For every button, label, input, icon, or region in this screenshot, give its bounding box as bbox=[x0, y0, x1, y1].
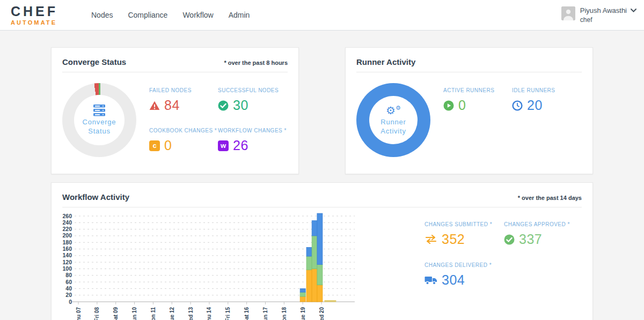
svg-text:20: 20 bbox=[65, 292, 72, 298]
converge-status-card: Converge Status * over the past 8 hours bbox=[51, 47, 299, 174]
stat-changes-approved: CHANGES APPROVED * 337 bbox=[504, 221, 583, 247]
svg-text:Wed 20: Wed 20 bbox=[319, 307, 325, 320]
swap-arrows-icon bbox=[425, 234, 437, 244]
nav-nodes[interactable]: Nodes bbox=[91, 11, 113, 19]
chevron-down-icon bbox=[631, 9, 636, 12]
workflow-activity-card: Workflow Activity * over the past 14 day… bbox=[51, 182, 593, 320]
svg-text:Mon 11: Mon 11 bbox=[150, 307, 156, 320]
stat-successful-nodes: SUCCESSFUL NODES 30 bbox=[218, 87, 287, 113]
svg-text:140: 140 bbox=[62, 252, 72, 258]
app-header: CHEF AUTOMATE Nodes Compliance Workflow … bbox=[0, 0, 644, 31]
converge-stats: FAILED NODES 84 bbox=[149, 87, 287, 157]
svg-text:100: 100 bbox=[62, 265, 72, 272]
svg-text:60: 60 bbox=[65, 279, 72, 285]
card-title: Runner Activity bbox=[356, 57, 415, 66]
runner-activity-card: Runner Activity ⚙⚙ Runner Activity bbox=[345, 47, 593, 174]
stat-idle-runners: IDLE RUNNERS 20 bbox=[512, 87, 581, 113]
card-title: Workflow Activity bbox=[62, 192, 129, 202]
stat-active-runners: ACTIVE RUNNERS 0 bbox=[443, 87, 512, 113]
svg-text:Tue 19: Tue 19 bbox=[300, 307, 306, 320]
check-circle-icon bbox=[504, 234, 515, 245]
svg-text:40: 40 bbox=[65, 285, 72, 292]
svg-text:200: 200 bbox=[62, 232, 72, 239]
svg-text:Mon 18: Mon 18 bbox=[281, 307, 287, 320]
warning-triangle-icon bbox=[149, 101, 160, 110]
donut-center-label: Runner Activity bbox=[380, 118, 406, 136]
workflow-activity-chart: 020406080100120140160180200220240260Thu … bbox=[58, 211, 365, 320]
svg-text:Sat 16: Sat 16 bbox=[244, 307, 250, 320]
clock-icon bbox=[512, 100, 523, 111]
avatar bbox=[561, 6, 575, 20]
user-menu[interactable]: Piyush Awasthi chef bbox=[561, 6, 636, 24]
truck-icon bbox=[425, 276, 437, 285]
chef-automate-logo[interactable]: CHEF AUTOMATE bbox=[11, 5, 58, 26]
svg-text:180: 180 bbox=[62, 239, 72, 245]
donut-center-label: Converge Status bbox=[83, 118, 116, 136]
nav-workflow[interactable]: Workflow bbox=[182, 11, 213, 19]
logo-automate-text: AUTOMATE bbox=[11, 19, 58, 26]
stat-failed-nodes: FAILED NODES 84 bbox=[149, 87, 218, 113]
svg-text:160: 160 bbox=[62, 245, 72, 252]
user-name: Piyush Awasthi bbox=[580, 6, 627, 14]
check-circle-icon bbox=[218, 100, 229, 111]
card-title: Converge Status bbox=[62, 57, 126, 66]
gears-icon: ⚙⚙ bbox=[386, 105, 401, 116]
divider bbox=[62, 207, 582, 207]
card-note: * over the past 8 hours bbox=[224, 59, 288, 66]
dashboard-content: Converge Status * over the past 8 hours bbox=[0, 31, 644, 320]
svg-text:120: 120 bbox=[62, 259, 72, 265]
runner-activity-donut[interactable]: ⚙⚙ Runner Activity bbox=[356, 83, 430, 157]
svg-text:Wed 13: Wed 13 bbox=[188, 307, 194, 320]
svg-text:Sun 17: Sun 17 bbox=[262, 307, 268, 320]
nav-compliance[interactable]: Compliance bbox=[128, 11, 167, 19]
server-stack-icon bbox=[93, 105, 106, 116]
stat-cookbook-changes: COOKBOOK CHANGES * c 0 bbox=[149, 128, 218, 153]
svg-text:0: 0 bbox=[69, 299, 72, 305]
user-org: chef bbox=[580, 16, 636, 24]
svg-text:Thu 07: Thu 07 bbox=[76, 307, 82, 320]
svg-text:Thu 14: Thu 14 bbox=[206, 307, 212, 320]
svg-text:Fri 15: Fri 15 bbox=[225, 307, 231, 320]
main-nav: Nodes Compliance Workflow Admin bbox=[91, 11, 250, 19]
workflow-badge-icon: w bbox=[218, 140, 229, 151]
svg-text:Tue 12: Tue 12 bbox=[169, 307, 175, 320]
card-note: * over the past 14 days bbox=[518, 195, 582, 201]
cookbook-badge-icon: c bbox=[149, 140, 160, 151]
nav-admin[interactable]: Admin bbox=[229, 11, 250, 19]
logo-chef-text: CHEF bbox=[11, 5, 58, 18]
person-icon bbox=[561, 6, 575, 20]
svg-text:Sun 10: Sun 10 bbox=[131, 307, 137, 320]
workflow-stats: CHANGES SUBMITTED * 352 CHANGES APPROVED… bbox=[425, 221, 583, 288]
converge-status-donut[interactable]: Converge Status bbox=[62, 83, 136, 157]
svg-text:220: 220 bbox=[62, 226, 72, 232]
svg-text:80: 80 bbox=[65, 272, 72, 278]
svg-text:260: 260 bbox=[62, 213, 72, 219]
svg-text:240: 240 bbox=[62, 219, 72, 226]
stat-changes-delivered: CHANGES DELIVERED * 304 bbox=[425, 262, 504, 288]
play-circle-icon bbox=[443, 100, 454, 111]
stat-workflow-changes: WORKFLOW CHANGES * w 26 bbox=[218, 128, 287, 153]
chef-automate-dashboard: CHEF AUTOMATE Nodes Compliance Workflow … bbox=[0, 0, 644, 320]
stat-changes-submitted: CHANGES SUBMITTED * 352 bbox=[425, 221, 504, 247]
svg-text:Sat 09: Sat 09 bbox=[113, 307, 119, 320]
runner-stats: ACTIVE RUNNERS 0 bbox=[443, 87, 581, 157]
svg-text:Fri 08: Fri 08 bbox=[94, 307, 100, 320]
